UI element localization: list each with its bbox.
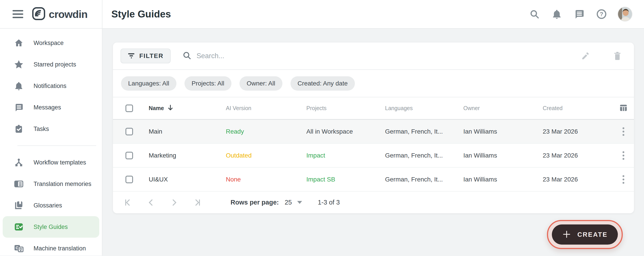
- search-field: [182, 51, 580, 61]
- next-page-icon[interactable]: [169, 198, 179, 207]
- search-input[interactable]: [196, 52, 398, 60]
- sidebar-item-workspace[interactable]: Workspace: [3, 32, 99, 54]
- sidebar-item-style-guides[interactable]: Style Guides: [3, 216, 99, 238]
- messages-chat-icon[interactable]: [573, 8, 586, 20]
- sidebar-item-label: Style Guides: [34, 223, 68, 230]
- search-icon: [182, 51, 192, 61]
- toolbar-actions: [580, 50, 626, 62]
- filter-button-label: FILTER: [139, 52, 164, 60]
- pagination: Rows per page: 25 1-3 of 3: [113, 191, 634, 213]
- topbar-main: Style Guides ?: [102, 0, 644, 28]
- tasks-icon: [14, 124, 24, 134]
- cell-projects-link[interactable]: Impact SB: [306, 176, 385, 183]
- cell-projects-link[interactable]: Impact: [306, 152, 385, 159]
- cell-name: Main: [149, 128, 226, 135]
- column-settings-icon[interactable]: [620, 104, 627, 113]
- crowdin-logo[interactable]: crowdin: [32, 7, 88, 22]
- cell-ai-version: Ready: [226, 128, 306, 135]
- sidebar-item-label: Tasks: [34, 126, 49, 132]
- main-content: FILTER La: [102, 29, 644, 255]
- cell-owner: Ian Williams: [463, 152, 543, 159]
- brand-wordmark: crowdin: [49, 8, 88, 20]
- first-page-icon[interactable]: [123, 198, 132, 207]
- last-page-icon[interactable]: [192, 198, 202, 207]
- top-bar: crowdin Style Guides ?: [0, 0, 644, 29]
- cell-languages: German, French, It...: [385, 128, 463, 135]
- create-button-label: CREATE: [577, 231, 608, 238]
- chip-projects[interactable]: Projects: All: [184, 76, 232, 91]
- help-icon[interactable]: ?: [595, 8, 608, 20]
- sidebar-item-machine-translation[interactable]: G Machine translation: [3, 238, 99, 256]
- cell-languages: German, French, It...: [385, 176, 463, 183]
- row-checkbox[interactable]: [126, 152, 133, 159]
- sidebar-item-label: Starred projects: [34, 61, 76, 68]
- sidebar-item-glossaries[interactable]: Glossaries: [3, 195, 99, 216]
- chip-owner[interactable]: Owner: All: [240, 76, 282, 91]
- sidebar-item-notifications[interactable]: Notifications: [3, 75, 99, 97]
- chip-languages[interactable]: Languages: All: [121, 76, 176, 91]
- select-all-checkbox[interactable]: [126, 105, 133, 112]
- workflow-icon: [14, 158, 24, 167]
- page-title: Style Guides: [111, 9, 171, 20]
- previous-page-icon[interactable]: [146, 198, 156, 207]
- sidebar-divider: [18, 145, 96, 146]
- filter-button[interactable]: FILTER: [120, 49, 170, 63]
- column-header-owner[interactable]: Owner: [463, 105, 543, 111]
- sidebar-item-label: Workspace: [34, 40, 64, 47]
- user-avatar[interactable]: [618, 7, 632, 22]
- table-header: Name AI Version Projects Languages Owner…: [113, 97, 634, 120]
- home-icon: [14, 38, 24, 48]
- column-header-created[interactable]: Created: [543, 105, 620, 111]
- sidebar-item-translation-memories[interactable]: Translation memories: [3, 173, 99, 195]
- row-menu-kebab-icon[interactable]: [620, 174, 627, 185]
- sidebar-item-label: Machine translation: [34, 245, 86, 252]
- column-header-projects[interactable]: Projects: [306, 105, 385, 111]
- cell-name: Marketing: [149, 152, 226, 159]
- cell-owner: Ian Williams: [463, 128, 543, 135]
- table-row[interactable]: Main Ready All in Workspace German, Fren…: [113, 120, 634, 144]
- create-button[interactable]: CREATE: [552, 224, 618, 244]
- svg-text:?: ?: [600, 11, 603, 18]
- menu-icon[interactable]: [12, 10, 23, 18]
- row-menu-kebab-icon[interactable]: [620, 150, 627, 161]
- sidebar-item-starred-projects[interactable]: Starred projects: [3, 54, 99, 75]
- sidebar-item-tasks[interactable]: Tasks: [3, 118, 99, 140]
- sidebar-item-label: Glossaries: [34, 202, 62, 209]
- create-zone: CREATE: [113, 213, 634, 249]
- delete-trash-icon[interactable]: [611, 50, 624, 62]
- column-header-name[interactable]: Name: [149, 105, 226, 112]
- rows-per-page-select[interactable]: 25: [285, 199, 302, 206]
- glossary-icon: [14, 200, 24, 210]
- row-menu-kebab-icon[interactable]: [620, 126, 627, 137]
- filter-icon: [128, 53, 135, 60]
- table-row[interactable]: UI&UX None Impact SB German, French, It.…: [113, 168, 634, 191]
- row-checkbox[interactable]: [126, 128, 133, 135]
- translation-memory-icon: [14, 179, 24, 189]
- edit-pencil-icon[interactable]: [580, 50, 592, 62]
- search-icon[interactable]: [528, 8, 541, 20]
- star-icon: [14, 60, 24, 69]
- sidebar-item-label: Notifications: [34, 83, 66, 90]
- sidebar-item-workflow-templates[interactable]: Workflow templates: [3, 152, 99, 173]
- row-checkbox[interactable]: [126, 176, 133, 183]
- cell-created: 23 Mar 2026: [543, 152, 620, 159]
- style-guides-card: FILTER La: [113, 43, 634, 213]
- machine-translation-icon: G: [14, 243, 24, 253]
- table-row[interactable]: Marketing Outdated Impact German, French…: [113, 144, 634, 168]
- column-header-ai-version[interactable]: AI Version: [226, 105, 306, 111]
- sidebar-item-messages[interactable]: Messages: [3, 97, 99, 118]
- notifications-bell-icon[interactable]: [550, 8, 563, 20]
- brand-area: crowdin: [0, 0, 102, 28]
- table-toolbar: FILTER: [113, 43, 634, 70]
- cell-owner: Ian Williams: [463, 176, 543, 183]
- sidebar: Workspace Starred projects Notifications…: [0, 29, 102, 255]
- sidebar-item-label: Translation memories: [34, 181, 92, 187]
- plus-icon: [562, 230, 571, 239]
- sidebar-item-label: Messages: [34, 104, 61, 111]
- column-header-languages[interactable]: Languages: [385, 105, 463, 111]
- bell-icon: [14, 81, 24, 91]
- cell-ai-version: Outdated: [226, 152, 306, 159]
- sort-desc-arrow-icon: [168, 105, 173, 112]
- chip-created[interactable]: Created: Any date: [290, 76, 355, 91]
- create-highlight-ring: CREATE: [547, 220, 623, 249]
